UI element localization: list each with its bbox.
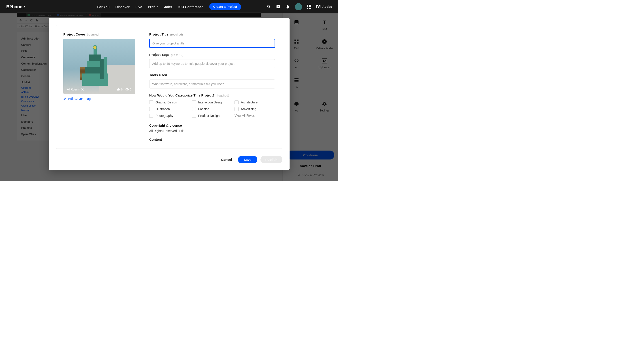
project-title-input[interactable] [149,39,275,48]
tools-used-input[interactable] [149,80,275,88]
save-button[interactable]: Save [238,156,257,163]
view-all-fields-link[interactable]: View All Fields... [234,114,275,118]
category-label: How Would You Categorize This Project? [149,93,215,97]
pencil-icon [63,97,66,100]
category-product-design[interactable]: Product Design [192,114,232,118]
create-project-button[interactable]: Create a Project [209,3,241,10]
publish-button[interactable]: Publish [260,156,282,163]
nav-discover[interactable]: Discover [116,5,130,9]
adobe-link[interactable]: Adobe [316,5,332,8]
bell-icon[interactable] [286,4,290,9]
nav-center: For You Discover Live Profile Jobs 99U C… [97,3,241,10]
category-architecture[interactable]: Architecture [234,100,275,104]
eye-icon [125,88,129,91]
nav-99u[interactable]: 99U Conference [178,5,204,9]
form-column: Project Title (required) Project Tags (u… [142,25,282,149]
verified-icon: ✦ [81,88,84,91]
edit-cover-link[interactable]: Edit Cover Image [63,97,135,101]
cover-required: (required) [87,33,100,36]
search-icon[interactable] [267,4,271,9]
topnav: Bēhance For You Discover Live Profile Jo… [0,0,338,13]
category-required: (required) [216,94,229,97]
nav-jobs[interactable]: Jobs [164,5,172,9]
cover-author: Al Rossin [67,88,80,91]
copyright-edit-link[interactable]: Edit [179,129,184,133]
thumbs-up-icon [117,88,120,91]
category-advertising[interactable]: Advertising [234,107,275,111]
nav-live[interactable]: Live [136,5,142,9]
tags-label: Project Tags [149,53,169,56]
project-tags-input[interactable] [149,59,275,68]
cover-label: Project Cover [63,32,85,36]
logo[interactable]: Bēhance [6,4,25,9]
views-stat: 0 [125,88,131,91]
nav-for-you[interactable]: For You [97,5,110,9]
modal-footer: Cancel Save Publish [49,156,290,170]
nav-profile[interactable]: Profile [148,5,158,9]
adobe-label: Adobe [322,5,332,8]
nav-right: Adobe [267,3,332,10]
cover-image[interactable]: Al Rossin ✦ 0 0 [63,39,135,94]
copyright-value: All Rights Reserved [149,129,177,133]
edit-cover-label: Edit Cover Image [68,97,92,101]
title-required: (required) [170,33,183,36]
cover-column: Project Cover (required) Al Rossi [56,25,142,149]
mail-icon[interactable] [276,4,280,9]
title-label: Project Title [149,32,168,36]
likes-stat: 0 [117,88,122,91]
category-interaction-design[interactable]: Interaction Design [192,100,232,104]
category-illustration[interactable]: Illustration [149,107,190,111]
tools-label: Tools Used [149,73,167,77]
tags-hint: (up to 10) [171,53,184,56]
copyright-label: Copyright & License [149,124,275,127]
category-photography[interactable]: Photography [149,114,190,118]
project-settings-modal: Project Cover (required) Al Rossi [49,18,290,170]
category-graphic-design[interactable]: Graphic Design [149,100,190,104]
apps-icon[interactable] [307,4,312,9]
avatar[interactable] [295,3,302,10]
content-label: Content [149,138,275,141]
category-fashion[interactable]: Fashion [192,107,232,111]
cancel-button[interactable]: Cancel [218,156,235,163]
